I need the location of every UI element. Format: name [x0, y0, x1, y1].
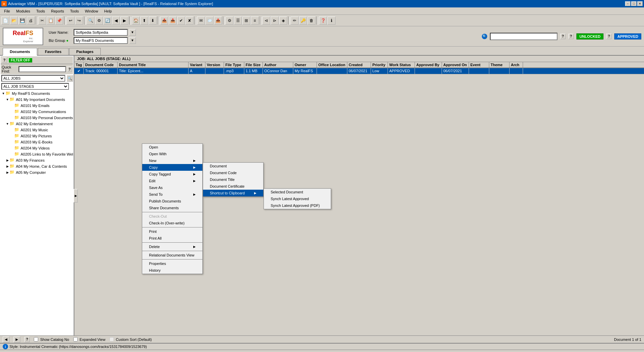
global-search-input[interactable]: [490, 33, 558, 40]
toolbar-detail[interactable]: ≡: [251, 17, 259, 25]
col-version[interactable]: Version: [205, 62, 224, 67]
toolbar-email[interactable]: ✉: [197, 17, 205, 25]
toolbar-reject[interactable]: ✘: [185, 17, 194, 25]
tree-item-a0203[interactable]: 📁 A0203 My E-Books: [1, 139, 73, 145]
col-created[interactable]: Created: [347, 62, 371, 67]
ctx-relational[interactable]: Relational Documents View: [142, 252, 202, 259]
submenu-shortcut-latest-approved[interactable]: Synch Latest Approved: [264, 195, 331, 202]
submenu-shortcut-clipboard[interactable]: Shortcut to Clipboard ▶: [203, 190, 263, 196]
all-jobs-search-btn[interactable]: 🔍: [67, 75, 73, 82]
tree-item-a0204[interactable]: 📁 A0204 My Videos: [1, 145, 73, 151]
toolbar-list[interactable]: ☰: [234, 17, 242, 25]
toolbar-settings[interactable]: ⚙: [225, 17, 233, 25]
bizgroup-dropdown[interactable]: ▼: [129, 37, 136, 44]
toolbar-search[interactable]: 🔍: [86, 17, 95, 25]
toolbar-down[interactable]: ⬇: [149, 17, 157, 25]
tree-item-a0202[interactable]: 📁 A0202 My Pictures: [1, 133, 73, 139]
tree-item-a03[interactable]: ▶ 📁 A03 My Finances: [1, 157, 73, 163]
filter-help-icon[interactable]: ?: [2, 57, 7, 63]
toolbar-up[interactable]: ⬆: [140, 17, 148, 25]
tree-item-a05[interactable]: ▶ 📁 A05 My Computer: [1, 169, 73, 175]
quick-find-help[interactable]: ?: [67, 66, 72, 72]
menu-help[interactable]: Help: [101, 8, 115, 14]
toolbar-redo[interactable]: ↪: [75, 17, 83, 25]
filter-off-button[interactable]: FILTER OFF: [8, 58, 32, 63]
tree-item-a02[interactable]: ▼ 📁 A02 My Entertainment: [1, 121, 73, 127]
tab-favorites[interactable]: Favorites: [38, 48, 69, 55]
expand-icon-a04[interactable]: ▶: [5, 165, 9, 168]
toolbar-cut[interactable]: ✂: [38, 17, 46, 25]
toolbar-undo[interactable]: ↩: [67, 17, 75, 25]
ctx-print[interactable]: Print: [142, 228, 202, 235]
toolbar-edit[interactable]: ✏: [291, 17, 299, 25]
toolbar-help[interactable]: ❓: [319, 17, 327, 25]
tab-documents[interactable]: Documents: [3, 48, 37, 56]
toolbar-filter[interactable]: ⚙: [95, 17, 103, 25]
col-variant[interactable]: Variant: [189, 62, 205, 67]
toolbar-forward[interactable]: ▶: [120, 17, 128, 25]
col-owner[interactable]: Owner: [293, 62, 317, 67]
submenu-shortcut-selected[interactable]: Selected Document: [264, 189, 331, 195]
toolbar-prop[interactable]: 🔑: [299, 17, 307, 25]
submenu-copy-code[interactable]: Document Code: [203, 169, 263, 176]
toolbar-back[interactable]: ◀: [112, 17, 120, 25]
unlocked-help-icon[interactable]: ?: [568, 34, 574, 39]
col-event[interactable]: Event: [469, 62, 489, 67]
expand-icon-myrealfs[interactable]: ▼: [1, 92, 5, 95]
ctx-share[interactable]: Share Documents: [142, 205, 202, 211]
toolbar-home[interactable]: 🏠: [132, 17, 140, 25]
menu-reports[interactable]: Reports: [48, 8, 67, 14]
username-dropdown[interactable]: ▼: [129, 29, 136, 36]
bottom-help-icon[interactable]: ?: [24, 337, 30, 342]
toolbar-nav3[interactable]: ◈: [279, 17, 287, 25]
menu-tools[interactable]: Tools: [68, 8, 82, 14]
toolbar-copy[interactable]: 📋: [47, 17, 55, 25]
quick-find-input[interactable]: [19, 66, 66, 72]
expanded-view-checkbox[interactable]: [73, 337, 78, 342]
col-doc-code[interactable]: Document Code: [84, 62, 118, 67]
ctx-send-to[interactable]: Send To ▶: [142, 191, 202, 198]
expanded-view-label[interactable]: Expanded View: [73, 337, 105, 342]
nav-next-button[interactable]: ▶: [14, 336, 20, 343]
expand-icon-a01[interactable]: ▼: [5, 98, 9, 101]
submenu-copy-title[interactable]: Document Title: [203, 176, 263, 183]
ctx-checkin[interactable]: Check-In (Over-write): [142, 220, 202, 226]
tree-item-a0102[interactable]: 📁 A0102 My Communications: [1, 109, 73, 115]
submenu-shortcut-latest-approved-pdf[interactable]: Synch Latest Approved (PDF): [264, 202, 331, 209]
tree-item-a01[interactable]: ▼ 📁 A01 My Important Documents: [1, 97, 73, 103]
submenu-copy-cert[interactable]: Document Certificate: [203, 183, 263, 190]
expand-icon-a05[interactable]: ▶: [5, 171, 9, 174]
toolbar-paste[interactable]: 📌: [55, 17, 63, 25]
username-input[interactable]: [74, 29, 128, 36]
bizgroup-input[interactable]: [74, 37, 128, 44]
table-row[interactable]: ✔ Track: 000001 Title: Epicent... A .mp3…: [74, 68, 644, 74]
toolbar-print[interactable]: 🖨: [27, 17, 35, 25]
ctx-edit[interactable]: Edit ▶: [142, 178, 202, 184]
toolbar-del[interactable]: 🗑: [307, 17, 316, 25]
ctx-copy[interactable]: Copy ▶: [142, 164, 202, 171]
show-catalog-checkbox[interactable]: [34, 337, 38, 342]
tree-item-myrealfs[interactable]: ▼ 📁 My RealFS Documents: [1, 90, 73, 97]
toolbar-checkout[interactable]: 📤: [160, 17, 168, 25]
all-job-stages-select[interactable]: ALL JOB STAGES: [1, 83, 69, 90]
toolbar-approve[interactable]: ✔: [177, 17, 185, 25]
toolbar-new[interactable]: 📄: [1, 17, 9, 25]
ctx-properties[interactable]: Properties: [142, 260, 202, 267]
cell-tag[interactable]: ✔: [74, 68, 84, 74]
tree-item-a0103[interactable]: 📁 A0103 My Personal Documents: [1, 115, 73, 121]
ctx-delete[interactable]: Delete ▶: [142, 243, 202, 250]
col-approved-on[interactable]: Approved On: [442, 62, 469, 67]
toolbar-about[interactable]: ℹ: [327, 17, 336, 25]
tree-item-a0201[interactable]: 📁 A0201 My Music: [1, 127, 73, 133]
ctx-publish[interactable]: Publish Documents: [142, 198, 202, 205]
help-icon[interactable]: ?: [560, 34, 566, 39]
col-arch[interactable]: Arch: [510, 62, 523, 67]
col-approved-by[interactable]: Approved By: [415, 62, 442, 67]
col-doc-title[interactable]: Document Title: [118, 62, 189, 67]
toolbar-save[interactable]: 💾: [18, 17, 26, 25]
nav-prev-button[interactable]: ◀: [3, 336, 9, 343]
toolbar-grid[interactable]: ⊞: [242, 17, 250, 25]
expand-icon-a02[interactable]: ▼: [5, 122, 9, 126]
col-author[interactable]: Author: [263, 62, 293, 67]
menu-modules[interactable]: Modules: [14, 8, 33, 14]
